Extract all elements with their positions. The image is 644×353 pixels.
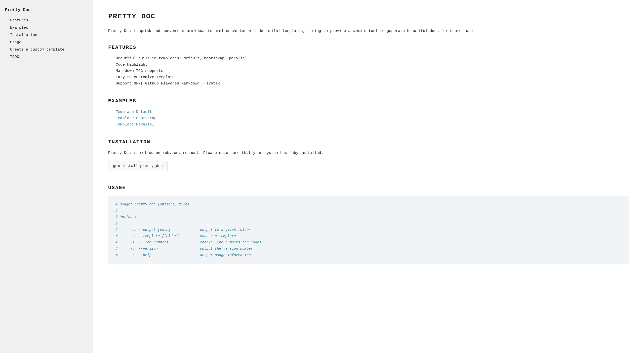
example-item: Template Default (116, 109, 629, 115)
installation-section: INSTALLATION Pretty Doc is relied on rub… (108, 139, 629, 174)
sidebar-item[interactable]: Installation (0, 31, 93, 39)
sidebar-title: Pretty Doc (0, 5, 93, 17)
sidebar: Pretty Doc FeaturesExamplesInstallationU… (0, 0, 93, 353)
examples-section: EXAMPLES Template DefaultTemplate Bootst… (108, 98, 629, 128)
usage-section: USAGE # Usage: pretty_doc [options] file… (108, 185, 629, 264)
example-link[interactable]: Template Default (116, 110, 152, 114)
example-link[interactable]: Template Parallel (116, 122, 154, 127)
feature-item: Code highlight (116, 62, 629, 68)
example-link[interactable]: Template Bootstrap (116, 116, 156, 120)
example-item: Template Parallel (116, 121, 629, 128)
feature-item: Easy to customize template (116, 74, 629, 80)
installation-description: Pretty Doc is relied on ruby environment… (108, 150, 629, 156)
page-title: PRETTY DOC (108, 13, 629, 20)
sidebar-item[interactable]: TODO (0, 53, 93, 61)
examples-title: EXAMPLES (108, 98, 629, 104)
installation-title: INSTALLATION (108, 139, 629, 145)
example-item: Template Bootstrap (116, 115, 629, 121)
usage-code: # Usage: pretty_doc [options] files # # … (108, 196, 629, 264)
intro-text: Pretty Doc is quick and convenient markd… (108, 28, 629, 34)
sidebar-nav: FeaturesExamplesInstallationUsageCreate … (0, 17, 93, 61)
installation-code: gem install pretty_doc (108, 161, 168, 171)
feature-item: Support GFM( GitHub Flavored Markdown ) … (116, 80, 629, 87)
features-title: FEATURES (108, 45, 629, 50)
sidebar-item[interactable]: Features (0, 17, 93, 24)
example-list: Template DefaultTemplate BootstrapTempla… (108, 109, 629, 128)
features-section: FEATURES Beautiful built-in templates: d… (108, 45, 629, 87)
feature-item: Beautiful built-in templates: default, b… (116, 55, 629, 62)
sidebar-item[interactable]: Create a custom template (0, 46, 93, 53)
feature-list: Beautiful built-in templates: default, b… (108, 55, 629, 87)
feature-item: Markdown TOC supports (116, 68, 629, 74)
usage-title: USAGE (108, 185, 629, 191)
sidebar-item[interactable]: Examples (0, 24, 93, 31)
sidebar-item[interactable]: Usage (0, 39, 93, 46)
main-content: PRETTY DOC Pretty Doc is quick and conve… (93, 0, 644, 353)
